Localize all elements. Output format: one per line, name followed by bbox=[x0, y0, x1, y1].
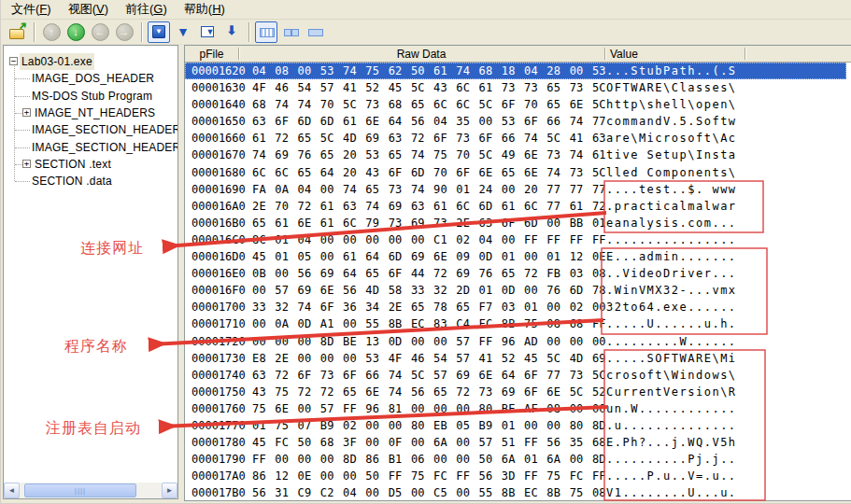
expand-icon[interactable]: + bbox=[22, 160, 31, 168]
folder-open-icon bbox=[8, 23, 25, 40]
menu-item-g[interactable]: 前往(G) bbox=[117, 0, 176, 20]
cell-raw-data-1: E8 2E 00 00 00 53 4F 46 bbox=[252, 350, 425, 367]
sidebar-item-selected[interactable]: −Lab03-01.exe bbox=[4, 53, 177, 70]
table-row[interactable]: 00001690FA 0A 04 00 74 65 73 7490 01 24 … bbox=[185, 181, 846, 198]
ruler-icon bbox=[258, 23, 275, 40]
table-row[interactable]: 000016C08C 01 04 00 00 00 00 00C1 02 04 … bbox=[185, 231, 846, 248]
column-header-pfile[interactable]: pFile bbox=[185, 47, 238, 62]
cell-value: ................ bbox=[606, 231, 737, 248]
column-header-value[interactable]: Value bbox=[610, 47, 638, 62]
cell-pfile: 00001790 bbox=[191, 451, 246, 468]
table-row[interactable]: 0000171000 0A 0D A1 00 55 8B EC83 C4 FC … bbox=[185, 315, 846, 332]
cell-raw-data-1: 61 72 65 5C 4D 69 63 72 bbox=[252, 130, 425, 147]
cell-raw-data-2: 73 2E 63 6F 6D 00 BB 01 bbox=[433, 215, 606, 231]
toolbar-separator bbox=[248, 22, 249, 42]
pane-single-button[interactable] bbox=[304, 21, 326, 43]
sidebar-item[interactable]: IMAGE_SECTION_HEADER bbox=[4, 139, 177, 156]
table-row[interactable]: 0000170033 32 74 6F 36 34 2E 6578 65 F7 … bbox=[185, 299, 846, 315]
cell-pfile: 00001650 bbox=[191, 113, 246, 130]
table-row[interactable]: 000016D045 01 05 00 61 64 6D 696E 09 0D … bbox=[185, 248, 846, 265]
sidebar-item-label: SECTION .data bbox=[30, 173, 114, 189]
column-divider[interactable] bbox=[604, 48, 605, 60]
view-dword-icon bbox=[199, 23, 216, 40]
column-header-raw-data[interactable]: Raw Data bbox=[238, 47, 604, 62]
cell-pfile: 00001770 bbox=[191, 417, 246, 434]
cell-value: .....P.u..V=.u.. bbox=[606, 468, 737, 484]
table-row[interactable]: 0000178045 FC 50 68 3F 00 0F 006A 00 57 … bbox=[185, 434, 846, 451]
cell-pfile: 00001730 bbox=[191, 350, 246, 367]
cell-raw-data-2: 78 65 F7 03 01 00 02 00 bbox=[433, 299, 606, 315]
table-row[interactable]: 0000174063 72 6F 73 6F 66 74 5C57 69 6E … bbox=[185, 367, 846, 384]
ruler-button[interactable] bbox=[255, 21, 277, 43]
menu-bar: 文件(F)视图(V)前往(G)帮助(H) bbox=[1, 0, 851, 20]
cell-pfile: 00001620 bbox=[191, 63, 246, 79]
table-row[interactable]: 0000177001 75 07 B9 02 00 00 80EB 05 B9 … bbox=[185, 417, 846, 434]
view-dword-button[interactable] bbox=[196, 21, 219, 43]
table-row[interactable]: 000016F000 57 69 6E 56 4D 58 3332 2D 01 … bbox=[185, 282, 846, 299]
cell-pfile: 00001750 bbox=[191, 384, 246, 400]
cell-value: are\Microsoft\Ac bbox=[606, 130, 737, 147]
scroll-left-button[interactable]: ◄ bbox=[4, 483, 20, 498]
table-row[interactable]: 000017B056 31 C9 C2 04 00 D5 00C5 00 55 … bbox=[185, 484, 846, 501]
view-qword-icon bbox=[223, 23, 240, 40]
menu-item-text: 文件( bbox=[11, 2, 39, 16]
sidebar-item-label: IMAGE_NT_HEADERS bbox=[33, 105, 157, 121]
menu-item-h[interactable]: 帮助(H) bbox=[176, 0, 234, 20]
cell-value: 32to64.exe...... bbox=[606, 299, 737, 315]
menu-item-v[interactable]: 视图(V) bbox=[60, 0, 117, 20]
scroll-right-button[interactable]: ► bbox=[162, 483, 177, 498]
cell-raw-data-1: 63 72 6F 73 6F 66 74 5C bbox=[252, 367, 425, 384]
table-row[interactable]: 000016E00B 00 56 69 64 65 6F 4472 69 76 … bbox=[185, 265, 846, 282]
cell-pfile: 000017B0 bbox=[191, 484, 246, 501]
table-row[interactable]: 0000165063 6F 6D 6D 61 6E 64 5604 35 00 … bbox=[185, 113, 846, 130]
tree-connector-line bbox=[15, 96, 30, 97]
tree-horizontal-scrollbar[interactable]: ◄ ► bbox=[4, 483, 177, 498]
sidebar-item[interactable]: MS-DOS Stub Program bbox=[4, 88, 177, 105]
cell-pfile: 000016D0 bbox=[191, 248, 246, 265]
expand-icon[interactable]: + bbox=[22, 108, 31, 117]
sidebar-item[interactable]: +SECTION .text bbox=[4, 156, 177, 173]
table-row[interactable]: 0000164068 74 74 70 5C 73 68 656C 6C 5C … bbox=[185, 96, 846, 113]
collapse-icon[interactable]: − bbox=[9, 57, 18, 65]
cell-pfile: 000016A0 bbox=[191, 198, 246, 215]
table-row[interactable]: 0000175043 75 72 72 65 6E 74 5665 72 73 … bbox=[185, 384, 846, 400]
table-row[interactable]: 0000176075 6E 00 57 FF 96 81 0000 00 80 … bbox=[185, 400, 846, 417]
view-byte-button[interactable] bbox=[148, 21, 170, 43]
cell-raw-data-2: 83 C4 FC 8B 75 08 68 FF bbox=[433, 315, 606, 332]
table-row[interactable]: 000016A02E 70 72 61 63 74 69 6361 6C 6D … bbox=[185, 198, 846, 215]
sidebar-item[interactable]: SECTION .data bbox=[4, 173, 177, 189]
column-divider[interactable] bbox=[745, 48, 745, 60]
folder-open-button[interactable] bbox=[6, 21, 28, 43]
sidebar-item[interactable]: +IMAGE_NT_HEADERS bbox=[4, 105, 177, 121]
table-row[interactable]: 000016304F 46 54 57 41 52 45 5C43 6C 61 … bbox=[185, 79, 846, 96]
table-row[interactable]: 00001730E8 2E 00 00 00 53 4F 4654 57 41 … bbox=[185, 350, 846, 367]
table-row[interactable]: 0000167074 69 76 65 20 53 65 7475 70 5C … bbox=[185, 147, 846, 163]
table-row[interactable]: 000017A086 12 0E 00 00 50 FF 75FC FF 56 … bbox=[185, 468, 846, 484]
nav-up-button[interactable]: ↑ bbox=[40, 21, 63, 43]
sidebar-item-label: IMAGE_DOS_HEADER bbox=[30, 70, 156, 87]
menu-item-text: 视图( bbox=[68, 2, 96, 16]
view-qword-button[interactable] bbox=[220, 21, 243, 43]
scrollbar-track[interactable] bbox=[20, 483, 162, 498]
table-row[interactable]: 0000162004 08 00 53 74 75 62 5061 74 68 … bbox=[185, 63, 846, 79]
table-row[interactable]: 00001790FF 00 00 00 8D 86 B1 0600 00 50 … bbox=[185, 451, 846, 468]
nav-down-button[interactable]: ↓ bbox=[64, 21, 87, 43]
sidebar-item[interactable]: IMAGE_SECTION_HEADER bbox=[4, 121, 177, 138]
table-row[interactable]: 000016B065 61 6E 61 6C 79 73 6973 2E 63 … bbox=[185, 215, 846, 231]
scrollbar-thumb[interactable] bbox=[24, 483, 136, 497]
table-row[interactable]: 0000172000 00 00 8D BE 13 0D 0000 57 FF … bbox=[185, 333, 846, 350]
cell-raw-data-2: 72 69 76 65 72 FB 03 08 bbox=[433, 265, 606, 282]
nav-forward-button[interactable]: → bbox=[113, 21, 135, 43]
cell-raw-data-1: 04 08 00 53 74 75 62 50 bbox=[252, 63, 425, 79]
table-row[interactable]: 000016806C 6C 65 64 20 43 6F 6D70 6F 6E … bbox=[185, 164, 846, 181]
nav-back-button[interactable]: ← bbox=[89, 21, 111, 43]
pane-double-button[interactable] bbox=[279, 21, 302, 43]
cell-value: ....test..$. www bbox=[606, 181, 737, 198]
cell-raw-data-1: 00 00 00 8D BE 13 0D 00 bbox=[252, 333, 425, 350]
table-row[interactable]: 0000166061 72 65 5C 4D 69 63 726F 73 6F … bbox=[185, 130, 846, 147]
cell-pfile: 00001720 bbox=[191, 333, 246, 350]
view-word-button[interactable] bbox=[172, 21, 194, 43]
menu-item-f[interactable]: 文件(F) bbox=[3, 0, 60, 20]
sidebar-item[interactable]: IMAGE_DOS_HEADER bbox=[4, 70, 177, 87]
cell-value: lled Components\ bbox=[606, 164, 737, 181]
